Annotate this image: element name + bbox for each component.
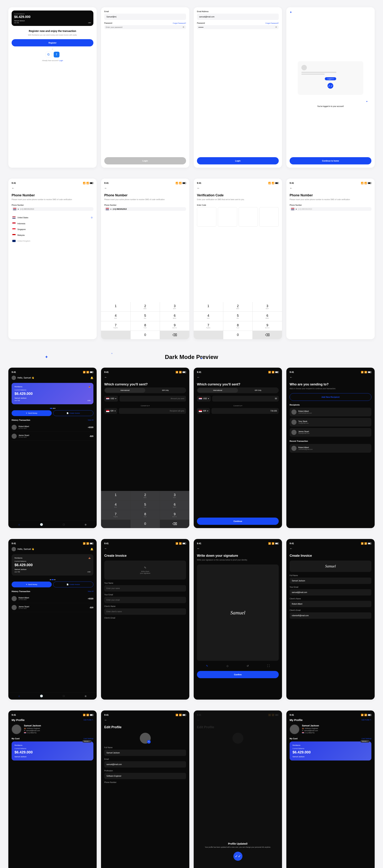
email-input[interactable]	[104, 13, 186, 20]
edit-profile-link[interactable]: Edit Profile ✎	[362, 719, 372, 721]
tab-idr[interactable]: IDR Only	[145, 388, 186, 393]
eraser-tool-icon[interactable]: ◇	[227, 664, 229, 667]
eye-icon[interactable]: 👁	[275, 26, 277, 28]
transaction-row[interactable]: Robert Albert24 Feb 2022+$320	[11, 423, 93, 432]
nav-history-icon[interactable]: 🕐	[40, 523, 43, 526]
key-9[interactable]: 9WXYZ	[160, 321, 189, 331]
country-item-my[interactable]: Malaysia	[11, 232, 93, 238]
card-settings-link[interactable]: Card Settings	[361, 738, 372, 740]
signature-preview[interactable]: Samuel	[290, 561, 372, 572]
result-input[interactable]	[119, 408, 186, 414]
phone-input[interactable]: ▾(+1) 0821912313	[104, 207, 186, 211]
key-0[interactable]: 0	[130, 520, 160, 528]
nav-card-icon[interactable]: □	[63, 694, 64, 698]
password-input[interactable]	[198, 26, 274, 28]
key-3[interactable]: 3DEF	[160, 302, 189, 311]
recipient-item[interactable]: Robert Albertroberta45@mail.com	[290, 408, 372, 416]
your-email-input[interactable]	[104, 597, 186, 603]
signature-placeholder[interactable]: ✎ Write down your signature	[104, 561, 186, 580]
key-2[interactable]: 2ABC	[223, 302, 253, 311]
key-7[interactable]: 7PQRS	[101, 321, 130, 331]
key-9[interactable]: 9WXYZ	[160, 510, 189, 520]
avatar[interactable]	[11, 547, 16, 551]
tab-international[interactable]: International	[105, 388, 145, 393]
country-item-us[interactable]: United States⊙	[11, 214, 93, 221]
key-1[interactable]: 1	[101, 302, 130, 311]
view-all-link[interactable]: View All	[88, 590, 93, 592]
bell-icon[interactable]: 🔔	[90, 376, 93, 379]
key-5[interactable]: 5JKL	[223, 312, 253, 321]
backspace-icon[interactable]: ⌫	[160, 331, 189, 339]
recipient-item[interactable]: James StuartStuart@mail.com	[290, 428, 372, 437]
google-icon[interactable]: G	[46, 52, 52, 58]
client-name-input[interactable]	[290, 601, 372, 607]
currency-from-select[interactable]: USD▾	[104, 396, 118, 402]
pen-tool-icon[interactable]: ✎	[206, 664, 208, 667]
key-2[interactable]: 2ABC	[130, 302, 160, 311]
back-icon[interactable]: ←	[290, 376, 372, 379]
key-7[interactable]: 7PQRS	[194, 321, 223, 331]
back-icon[interactable]: ←	[197, 376, 279, 379]
transaction-row[interactable]: James Stuart23 Feb 2022-$20	[11, 603, 93, 612]
view-all-link[interactable]: View All	[88, 419, 93, 421]
country-item-id[interactable]: Indonesia	[11, 221, 93, 226]
nav-profile-icon[interactable]: ◉	[85, 523, 87, 526]
login-button[interactable]: Login	[197, 157, 279, 164]
register-button[interactable]: Register	[11, 39, 93, 46]
convert-toggle[interactable]: Convert to ▾	[197, 405, 279, 407]
avatar[interactable]	[11, 724, 21, 734]
nav-card-icon[interactable]: □	[63, 523, 64, 526]
back-icon[interactable]: ←	[11, 187, 93, 190]
continue-button[interactable]: Continue to home	[290, 157, 372, 164]
card-settings-link[interactable]: Card Settings	[83, 738, 93, 740]
key-8[interactable]: 8TUV	[130, 321, 160, 331]
key-1[interactable]: 1	[101, 491, 130, 500]
back-icon[interactable]: ←	[197, 187, 279, 190]
key-4[interactable]: 4GHI	[101, 500, 130, 510]
client-name-input[interactable]	[104, 609, 186, 615]
currency-to-select[interactable]: IDR▾	[104, 408, 117, 414]
forgot-link[interactable]: Forgot Password?	[173, 22, 186, 24]
client-email-input[interactable]	[290, 612, 372, 619]
code-input[interactable]	[197, 207, 279, 227]
undo-tool-icon[interactable]: ↺	[247, 664, 249, 667]
nav-home-icon[interactable]: ⌂	[18, 523, 20, 526]
your-name-input[interactable]	[104, 585, 186, 592]
full-name-input[interactable]	[104, 750, 186, 756]
transaction-row[interactable]: James Stuart23 Feb 2022-$20	[11, 432, 93, 441]
backspace-icon[interactable]: ⌫	[160, 520, 189, 528]
back-icon[interactable]: ←	[290, 547, 372, 550]
signature-canvas[interactable]: Samuel	[197, 564, 279, 661]
email-input[interactable]	[104, 761, 186, 768]
key-4[interactable]: 4GHI	[194, 312, 223, 321]
back-icon[interactable]: ←	[104, 547, 186, 550]
key-6[interactable]: 6MNO	[253, 312, 282, 321]
avatar[interactable]	[290, 724, 299, 734]
key-2[interactable]: 2ABC	[130, 491, 160, 500]
create-invoice-button[interactable]: 📄 Create Invoice	[53, 410, 94, 416]
back-icon[interactable]: ←	[104, 187, 186, 190]
amount-input[interactable]	[212, 396, 279, 402]
forgot-link[interactable]: Forgot Password?	[265, 22, 279, 24]
phone-input[interactable]: ▾(+1) 0821912313	[290, 207, 372, 211]
phone-input[interactable]: ▾	[11, 207, 93, 211]
key-1[interactable]: 1	[194, 302, 223, 311]
key-5[interactable]: 5JKL	[130, 312, 160, 321]
backspace-icon[interactable]: ⌫	[253, 331, 282, 339]
currency-from-select[interactable]: USD▾	[197, 396, 211, 402]
key-8[interactable]: 8TUV	[223, 321, 253, 331]
key-6[interactable]: 6MNO	[160, 500, 189, 510]
full-name-input[interactable]	[290, 578, 372, 584]
nav-history-icon[interactable]: 🕐	[40, 694, 43, 698]
tab-idr[interactable]: IDR Only	[238, 388, 278, 393]
create-invoice-button[interactable]: 📄 Create Invoice	[53, 582, 94, 587]
key-8[interactable]: 8TUV	[130, 510, 160, 520]
recipient-item[interactable]: Tony StankTony@mail.com	[290, 418, 372, 427]
back-icon[interactable]: ←	[104, 376, 186, 379]
key-0[interactable]: 0	[130, 331, 160, 339]
back-icon[interactable]: ←	[197, 547, 279, 550]
country-item-uk[interactable]: United Kingdom	[11, 238, 93, 244]
currency-to-select[interactable]: IDR▾	[197, 408, 210, 414]
back-icon[interactable]: ←	[104, 718, 186, 722]
key-5[interactable]: 5JKL	[130, 500, 160, 510]
